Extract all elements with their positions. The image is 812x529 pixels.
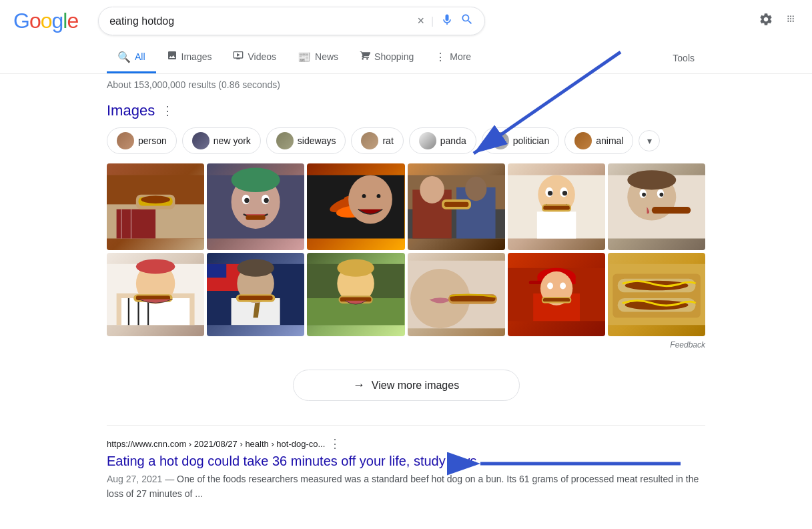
svg-rect-2 <box>117 209 155 239</box>
image-cell-2[interactable] <box>207 163 304 250</box>
svg-point-48 <box>659 193 663 197</box>
svg-point-57 <box>136 259 175 274</box>
tools-button[interactable]: Tools <box>662 45 705 71</box>
image-cell-1[interactable] <box>107 163 204 250</box>
chip-person[interactable]: person <box>107 127 177 154</box>
clear-icon[interactable]: × <box>418 14 425 28</box>
chip-animal[interactable]: animal <box>564 127 633 154</box>
svg-rect-32 <box>444 202 468 207</box>
image-cell-6[interactable] <box>608 163 705 250</box>
nav-item-all[interactable]: 🔍 All <box>107 43 156 73</box>
mic-icon[interactable] <box>440 13 454 29</box>
svg-rect-15 <box>246 215 266 219</box>
chip-newyork[interactable]: new york <box>182 127 261 154</box>
svg-rect-41 <box>543 206 569 210</box>
result-title-link[interactable]: Eating a hot dog could take 36 minutes o… <box>107 454 705 469</box>
header-right <box>759 12 799 31</box>
search-result-1: https://www.cnn.com › 2021/08/27 › healt… <box>0 426 812 512</box>
image-cell-9[interactable] <box>307 253 404 336</box>
image-cell-12[interactable] <box>608 253 705 336</box>
arrow-right-icon: → <box>353 378 365 392</box>
svg-rect-68 <box>239 296 273 300</box>
nav-item-more[interactable]: ⋮ More <box>424 43 482 73</box>
nav-item-videos[interactable]: Videos <box>222 42 287 73</box>
svg-point-66 <box>237 259 274 277</box>
svg-point-10 <box>232 168 280 193</box>
shopping-nav-icon <box>360 50 370 63</box>
image-chips: person new york sideways rat panda polit… <box>107 127 705 154</box>
search-icon[interactable] <box>460 13 474 29</box>
chip-rat[interactable]: rat <box>351 127 403 154</box>
svg-point-13 <box>244 198 249 203</box>
svg-point-7 <box>141 195 170 203</box>
chip-sideways[interactable]: sideways <box>266 127 346 154</box>
header: Google × | <box>0 0 812 42</box>
svg-point-85 <box>547 282 553 289</box>
settings-icon[interactable] <box>759 12 773 31</box>
image-cell-10[interactable] <box>408 253 505 336</box>
nav-item-shopping[interactable]: Shopping <box>349 42 424 73</box>
search-bar: × | <box>98 7 485 35</box>
chip-panda[interactable]: panda <box>409 127 476 154</box>
svg-point-29 <box>420 176 444 203</box>
result-url: https://www.cnn.com › 2021/08/27 › healt… <box>107 436 705 451</box>
images-more-icon[interactable]: ⋮ <box>161 103 173 118</box>
nav-item-news[interactable]: 📰 News <box>287 43 349 73</box>
google-logo: Google <box>13 9 78 33</box>
svg-point-72 <box>338 259 375 277</box>
nav-item-images[interactable]: Images <box>156 42 223 73</box>
svg-rect-62 <box>207 264 226 278</box>
svg-point-24 <box>377 194 381 198</box>
image-row-1 <box>107 163 705 250</box>
image-cell-8[interactable] <box>207 253 304 336</box>
more-nav-icon: ⋮ <box>435 51 446 63</box>
results-count: About 153,000,000 results (0.86 seconds) <box>0 74 812 95</box>
images-title[interactable]: Images <box>107 102 155 119</box>
images-header: Images ⋮ <box>107 102 705 119</box>
svg-point-14 <box>264 198 269 203</box>
search-input[interactable] <box>109 15 410 27</box>
images-section: Images ⋮ person new york sideways rat <box>0 95 812 358</box>
image-row-2 <box>107 253 705 336</box>
feedback-label: Feedback <box>107 339 705 351</box>
svg-rect-49 <box>652 207 691 213</box>
svg-point-30 <box>465 177 486 201</box>
news-nav-icon: 📰 <box>298 51 311 63</box>
svg-point-38 <box>548 191 552 195</box>
svg-point-23 <box>362 194 366 198</box>
svg-point-44 <box>627 170 676 189</box>
image-cell-11[interactable] <box>508 253 605 336</box>
svg-point-47 <box>642 193 646 197</box>
chip-politician[interactable]: politician <box>482 127 559 154</box>
images-nav-icon <box>167 50 177 63</box>
svg-point-20 <box>348 175 392 223</box>
view-more-images-button[interactable]: → View more images <box>293 370 520 401</box>
all-nav-icon: 🔍 <box>117 51 131 63</box>
svg-point-39 <box>562 191 567 195</box>
svg-point-86 <box>560 282 566 289</box>
image-cell-7[interactable] <box>107 253 204 336</box>
image-cell-3[interactable] <box>307 163 404 250</box>
nav-bar: 🔍 All Images Videos 📰 News Shopping ⋮ <box>0 42 812 74</box>
chips-chevron-down-icon[interactable]: ▾ <box>639 130 660 151</box>
svg-rect-88 <box>542 298 570 302</box>
image-cell-4[interactable] <box>408 163 505 250</box>
image-cell-5[interactable] <box>508 163 605 250</box>
svg-rect-35 <box>537 211 576 238</box>
videos-nav-icon <box>233 50 244 63</box>
result-options-icon[interactable]: ⋮ <box>329 436 341 451</box>
result-snippet: Aug 27, 2021 — One of the foods research… <box>107 472 705 501</box>
image-grid <box>107 163 705 336</box>
apps-icon[interactable] <box>784 12 799 31</box>
